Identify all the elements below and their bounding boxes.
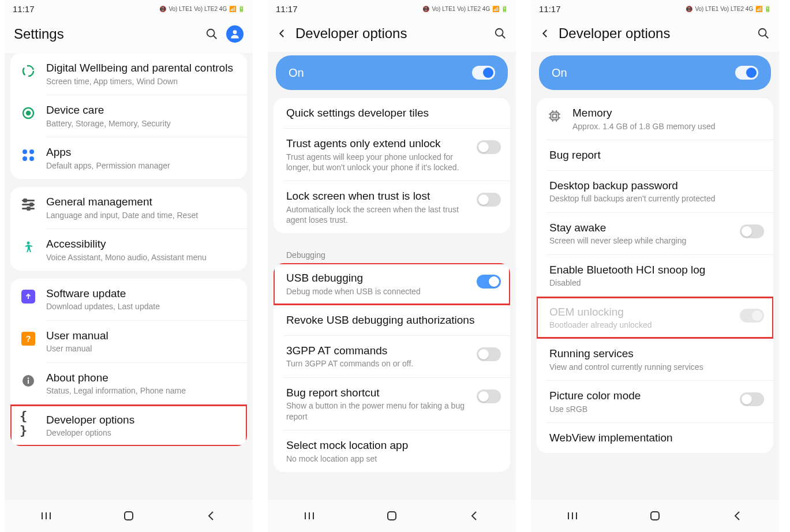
row-revoke-usb-auth[interactable]: Revoke USB debugging authorizations — [274, 305, 510, 335]
row-picture-color-mode[interactable]: Picture color mode Use sRGB — [537, 381, 773, 422]
status-icons: 📵 Vo) LTE1 Vo) LTE2 4G 📶 🔋 — [159, 6, 245, 12]
row-sub: View and control currently running servi… — [549, 362, 764, 372]
row-digital-wellbeing[interactable]: Digital Wellbeing and parental controls … — [10, 53, 247, 95]
search-icon[interactable] — [757, 27, 770, 40]
row-title: Apps — [46, 145, 238, 159]
screen-developer-options-1: 11:17 📵 Vo) LTE1 Vo) LTE2 4G 📶 🔋 Develop… — [268, 0, 516, 532]
wellbeing-icon — [20, 62, 37, 80]
page-title: Developer options — [559, 25, 749, 42]
row-quick-settings-tiles[interactable]: Quick settings developer tiles — [274, 98, 510, 128]
row-sub: Show a button in the power menu for taki… — [286, 400, 467, 421]
row-bug-report[interactable]: Bug report — [537, 140, 773, 170]
row-title: 3GPP AT commands — [286, 344, 467, 358]
statusbar: 11:17 📵 Vo) LTE1 Vo) LTE2 4G 📶 🔋 — [5, 0, 253, 17]
toggle-switch[interactable] — [740, 392, 764, 406]
svg-point-20 — [759, 29, 766, 36]
nav-home-icon[interactable] — [648, 509, 662, 523]
row-running-services[interactable]: Running services View and control curren… — [537, 339, 773, 380]
svg-point-9 — [28, 377, 29, 379]
statusbar: 11:17 📵 Vo) LTE1 Vo) LTE2 4G 📶 🔋 — [268, 0, 516, 17]
row-device-care[interactable]: Device care Battery, Storage, Memory, Se… — [10, 95, 247, 137]
nav-recent-icon[interactable] — [302, 509, 316, 523]
toggle-switch[interactable] — [477, 140, 501, 154]
nav-back-icon[interactable] — [204, 509, 218, 523]
row-accessibility[interactable]: Accessibility Voice Assistant, Mono audi… — [10, 229, 247, 271]
nav-back-icon[interactable] — [467, 509, 481, 523]
row-user-manual[interactable]: ? User manual User manual — [10, 321, 247, 362]
info-icon — [20, 372, 37, 389]
row-about-phone[interactable]: About phone Status, Legal information, P… — [10, 363, 247, 404]
profile-avatar[interactable] — [226, 25, 244, 43]
navbar — [531, 500, 779, 532]
row-usb-debugging[interactable]: USB debugging Debug mode when USB is con… — [274, 263, 510, 305]
row-sub: Voice Assistant, Mono audio, Assistant m… — [46, 252, 238, 263]
svg-point-6 — [27, 241, 30, 244]
section-header-debugging: Debugging — [274, 241, 510, 263]
apps-icon — [20, 147, 37, 164]
screen-settings: 11:17 📵 Vo) LTE1 Vo) LTE2 4G 📶 🔋 Setting… — [5, 0, 253, 532]
svg-point-14 — [496, 29, 503, 36]
row-software-update[interactable]: Software update Download updates, Last u… — [10, 279, 247, 320]
search-icon[interactable] — [205, 28, 218, 40]
row-oem-unlocking[interactable]: OEM unlocking Bootloader already unlocke… — [537, 297, 773, 339]
row-title: Running services — [549, 347, 764, 361]
row-lock-screen-trust-lost[interactable]: Lock screen when trust is lost Automatic… — [274, 181, 510, 233]
nav-recent-icon[interactable] — [566, 509, 579, 523]
row-mock-location[interactable]: Select mock location app No mock locatio… — [274, 430, 510, 472]
manual-icon: ? — [20, 330, 37, 347]
master-toggle[interactable]: On — [276, 55, 508, 90]
search-icon[interactable] — [494, 27, 507, 40]
row-apps[interactable]: Apps Default apps, Permission manager — [10, 137, 247, 179]
toggle-switch[interactable] — [477, 193, 501, 207]
back-icon[interactable] — [277, 28, 287, 39]
row-sub: Download updates, Last update — [46, 301, 238, 312]
dev-options-list: On Memory Approx. 1.4 GB of 1.8 GB memor… — [531, 52, 779, 500]
master-toggle[interactable]: On — [539, 55, 771, 90]
row-title: Lock screen when trust is lost — [286, 189, 467, 203]
row-title: About phone — [46, 371, 238, 385]
svg-point-3 — [23, 66, 33, 76]
nav-back-icon[interactable] — [731, 509, 744, 523]
row-webview-implementation[interactable]: WebView implementation — [537, 423, 773, 453]
device-care-icon — [20, 104, 37, 122]
master-toggle-switch[interactable] — [735, 66, 758, 80]
sliders-icon — [20, 196, 37, 213]
row-title: Bug report — [549, 148, 764, 162]
toggle-switch[interactable] — [477, 347, 501, 361]
toggle-switch[interactable] — [740, 224, 764, 238]
chip-icon — [546, 107, 563, 125]
row-sub: No mock location app set — [286, 454, 501, 464]
page-title: Developer options — [295, 25, 486, 42]
header: Settings — [5, 17, 253, 53]
nav-home-icon[interactable] — [385, 509, 399, 523]
row-bluetooth-hci-snoop[interactable]: Enable Bluetooth HCI snoop log Disabled — [537, 255, 773, 297]
row-sub: Default apps, Permission manager — [46, 160, 238, 171]
row-sub: Bootloader already unlocked — [549, 320, 731, 330]
status-time: 11:17 — [276, 4, 298, 14]
back-icon[interactable] — [540, 28, 551, 39]
toggle-switch[interactable] — [477, 275, 501, 289]
row-general-management[interactable]: General management Language and input, D… — [10, 187, 247, 228]
row-title: User manual — [46, 329, 238, 343]
nav-recent-icon[interactable] — [39, 509, 53, 523]
svg-point-0 — [207, 29, 215, 37]
master-toggle-switch[interactable] — [472, 66, 495, 80]
status-icons: 📵 Vo) LTE1 Vo) LTE2 4G 📶 🔋 — [422, 6, 508, 12]
svg-rect-22 — [551, 113, 559, 120]
toggle-switch[interactable] — [477, 389, 501, 403]
navbar — [5, 500, 253, 532]
row-stay-awake[interactable]: Stay awake Screen will never sleep while… — [537, 213, 773, 254]
row-sub: Status, Legal information, Phone name — [46, 385, 238, 396]
row-title: Stay awake — [549, 221, 731, 235]
nav-home-icon[interactable] — [122, 509, 136, 523]
row-bug-report-shortcut[interactable]: Bug report shortcut Show a button in the… — [274, 378, 510, 430]
master-toggle-label: On — [289, 66, 304, 80]
row-desktop-backup-password[interactable]: Desktop backup password Desktop full bac… — [537, 171, 773, 212]
row-3gpp-at-commands[interactable]: 3GPP AT commands Turn 3GPP AT commands o… — [274, 336, 510, 377]
row-title: Enable Bluetooth HCI snoop log — [549, 263, 764, 277]
row-developer-options[interactable]: { } Developer options Developer options — [10, 405, 247, 447]
row-memory[interactable]: Memory Approx. 1.4 GB of 1.8 GB memory u… — [537, 98, 773, 140]
status-time: 11:17 — [539, 4, 561, 14]
row-trust-agents-extend[interactable]: Trust agents only extend unlock Trust ag… — [274, 129, 510, 181]
row-title: Bug report shortcut — [286, 386, 467, 400]
